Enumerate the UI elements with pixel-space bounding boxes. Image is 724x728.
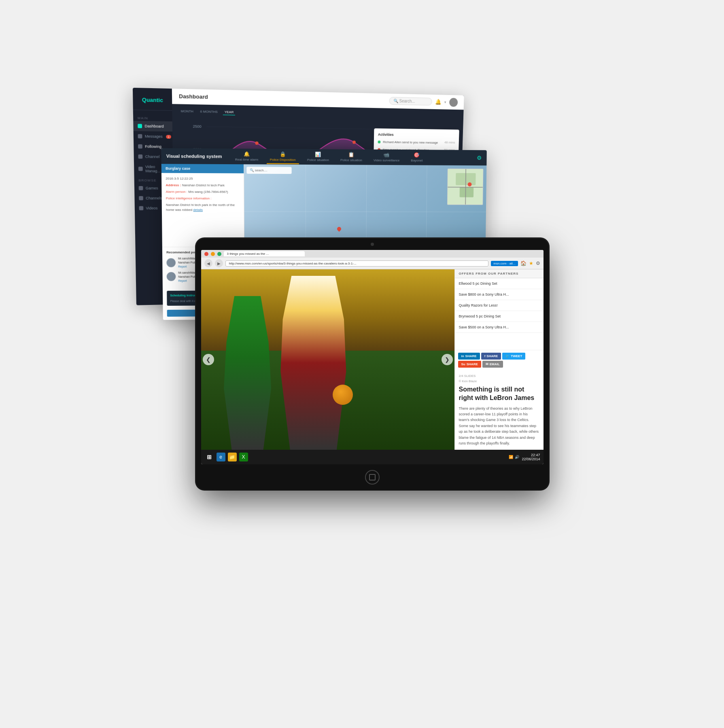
- police-tabs: 🔔 Real-time alarm 🔒 Police Disposition 📊…: [231, 149, 470, 165]
- image-next-arrow[interactable]: ❯: [442, 354, 453, 365]
- tab-month[interactable]: MONTH: [179, 108, 195, 114]
- disposition-icon: 🔒: [280, 151, 286, 157]
- case-details-link[interactable]: details: [193, 208, 203, 212]
- police-tab-3[interactable]: 📋 Police situation: [337, 150, 365, 165]
- police-tab-4[interactable]: 📹 Video surveillance: [370, 150, 403, 165]
- dashboard-icon: [138, 124, 142, 128]
- twitter-icon: 🐦: [505, 354, 510, 358]
- browser-min-btn[interactable]: [211, 252, 215, 256]
- case-body: 2016-3-5 12:22:25 Address : Nanshan Dist…: [161, 173, 244, 247]
- article-right-panel: OFFERS FROM OUR PARTNERS Ellwood 5 pc Di…: [454, 269, 544, 450]
- officer-report-0[interactable]: Report: [178, 265, 187, 268]
- taskbar-ie-icon[interactable]: e: [217, 453, 225, 461]
- article-image: ❮ ❯: [201, 269, 454, 450]
- video-surveillance-icon: 📹: [383, 152, 389, 157]
- sidebar-label-messages: Messages: [144, 134, 162, 139]
- browser-tab[interactable]: 3 things you missed as the ...: [224, 251, 305, 256]
- windows-home-icon: [369, 474, 376, 480]
- browser-back-btn[interactable]: ◀: [204, 259, 212, 267]
- tray-volume-icon: 🔊: [515, 455, 519, 459]
- db-user-avatar[interactable]: [449, 97, 457, 106]
- browser-chrome: 3 things you missed as the ... ◀ ▶ http:…: [201, 250, 544, 269]
- case-description: Nanshan District hi tech park in the nor…: [166, 203, 240, 213]
- stumble-share-btn[interactable]: Su SHARE: [458, 361, 481, 368]
- taskbar-start-btn[interactable]: ⊞: [204, 453, 214, 461]
- image-prev-arrow[interactable]: ❮: [203, 354, 214, 365]
- article-credit: © Ken Blaze: [459, 379, 539, 383]
- activity-dot-0: [378, 140, 380, 143]
- offers-header: OFFERS FROM OUR PARTNERS: [455, 269, 544, 278]
- officer-report-1[interactable]: Report: [178, 279, 187, 282]
- sidebar-label-channel: Channel: [145, 154, 159, 159]
- tablet-home-button[interactable]: [365, 470, 380, 485]
- email-share-btn[interactable]: ✉ EMAIL: [482, 361, 503, 368]
- twitter-tweet-btn[interactable]: 🐦 TWEET: [502, 353, 525, 360]
- police-gear-icon[interactable]: ⚙: [476, 154, 482, 161]
- db-search-bar[interactable]: 🔍 Search...: [389, 97, 432, 106]
- right-arrow-icon: ❯: [445, 356, 450, 363]
- tablet-camera: [371, 243, 374, 246]
- bing-button[interactable]: msn.com - all...: [491, 261, 518, 266]
- db-bell-icon[interactable]: 🔔: [435, 99, 441, 105]
- article-body: 2/4 SLIDES © Ken Blaze Something is stil…: [455, 370, 544, 450]
- tab-6months[interactable]: 6 MONTHS: [198, 109, 219, 115]
- offer-3[interactable]: Brynwood 5 pc Dining Set: [455, 311, 544, 322]
- browser-home-icon[interactable]: 🏠: [520, 260, 527, 266]
- activity-time-0: 48 mins: [444, 141, 455, 144]
- email-icon: ✉: [486, 362, 488, 366]
- offer-0[interactable]: Ellwood 5 pc Dining Set: [455, 278, 544, 289]
- police-tab-0[interactable]: 🔔 Real-time alarm: [231, 149, 261, 164]
- officer-info-1: Mr.sanshiWangNanshan Public Report: [178, 271, 198, 283]
- alarm-icon: 🔔: [244, 151, 250, 157]
- sidebar-item-messages[interactable]: Messages 1: [133, 131, 172, 142]
- sidebar-item-dashboard[interactable]: Dashboard: [133, 121, 172, 132]
- police-tab-1[interactable]: 🔒 Police Disposition: [266, 149, 299, 164]
- db-chevron-icon: ▾: [444, 100, 446, 104]
- offer-1[interactable]: Save $800 on a Sony Ultra H...: [455, 289, 544, 300]
- case-address: Address : Nanshan District hi tech Park: [166, 183, 240, 188]
- db-logo: Quantic: [133, 93, 172, 111]
- clock-time: 22:47: [522, 453, 540, 457]
- twitter-label: TWEET: [511, 354, 522, 358]
- facebook-label: SHARE: [486, 354, 498, 358]
- taskbar-file-icon[interactable]: 📁: [228, 453, 237, 461]
- taskbar-xbox-icon[interactable]: X: [239, 453, 248, 461]
- linkedin-share-btn[interactable]: in SHARE: [458, 353, 480, 360]
- map-grid-h1: [244, 211, 486, 212]
- browser-close-btn[interactable]: [204, 252, 208, 256]
- svg-text:2500: 2500: [193, 124, 201, 129]
- db-main-label: Main: [133, 114, 172, 122]
- officer-avatar-1: [166, 272, 176, 281]
- linkedin-icon: in: [461, 354, 464, 358]
- map-search-bar[interactable]: 🔍 seach....: [246, 167, 291, 174]
- browser-forward-btn[interactable]: ▶: [215, 259, 223, 267]
- tray-wifi-icon: 📶: [509, 455, 513, 459]
- offer-4[interactable]: Save $500 on a Sony Ultra H...: [455, 322, 544, 333]
- officer-name-0: Mr.sanshiWangNanshan Public: [178, 257, 198, 265]
- browser-max-btn[interactable]: [217, 252, 221, 256]
- tab-label-0: Real-time alarm: [235, 157, 258, 161]
- tab-year[interactable]: YEAR: [223, 109, 235, 115]
- facebook-icon: f: [484, 354, 486, 358]
- browser-settings-icon[interactable]: ⚙: [536, 260, 540, 266]
- facebook-share-btn[interactable]: f SHARE: [481, 353, 501, 360]
- police-title: Visual scheduling system: [166, 154, 222, 159]
- browser-toolbar: ◀ ▶ http://www.msn.com/en-us/sports/nba/…: [201, 258, 544, 269]
- police-tab-2[interactable]: 📊 Police situation: [304, 150, 332, 164]
- games-icon: [138, 186, 143, 190]
- messages-badge: 1: [166, 135, 171, 139]
- offer-2[interactable]: Quality Razors for Less!: [455, 300, 544, 311]
- tab-label-4: Video surveillance: [373, 158, 399, 162]
- video-icon: [138, 167, 142, 171]
- case-alarm-person: Alarm person : Mrs wang (156-7894-6567): [166, 189, 240, 195]
- browser-url-bar[interactable]: http://www.msn.com/en-us/sports/nba/3-th…: [225, 260, 489, 267]
- tablet-screen: 3 things you missed as the ... ◀ ▶ http:…: [201, 250, 544, 464]
- police-tab-5[interactable]: 🎯 Bayonet: [408, 150, 426, 165]
- stumble-label: SHARE: [467, 362, 478, 366]
- tab-label-1: Police Disposition: [270, 158, 295, 161]
- minimap: [447, 169, 483, 205]
- basketball: [333, 385, 353, 405]
- case-header: Burglary case: [161, 164, 244, 173]
- browser-titlebar: 3 things you missed as the ...: [201, 250, 544, 258]
- browser-star-icon[interactable]: ★: [529, 260, 533, 266]
